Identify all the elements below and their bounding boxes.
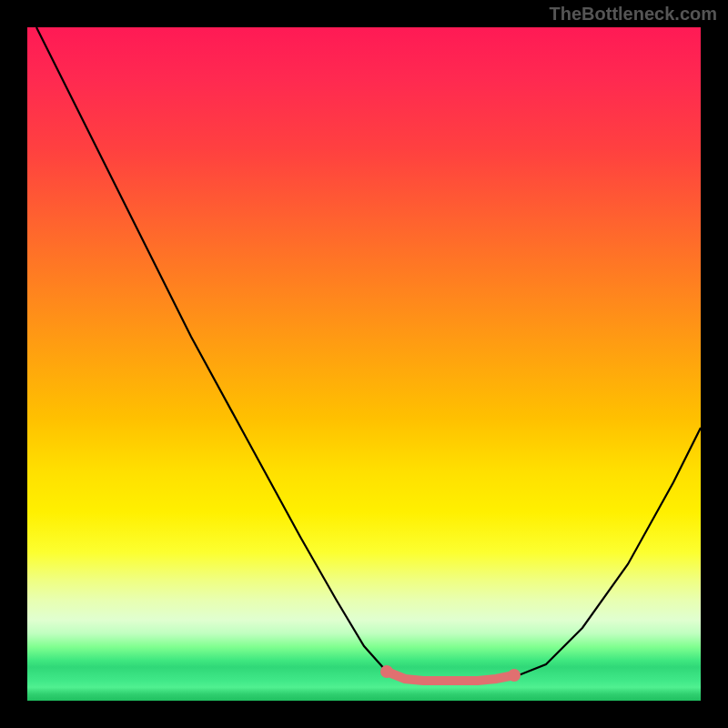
watermark-text: TheBottleneck.com — [550, 4, 717, 25]
highlight-dot — [508, 669, 521, 682]
highlight-dots-group — [380, 665, 521, 682]
plot-area — [27, 27, 701, 701]
highlight-dot — [380, 665, 393, 678]
chart-svg — [27, 27, 701, 701]
highlight-segment — [387, 672, 514, 681]
bottleneck-curve — [36, 27, 701, 681]
